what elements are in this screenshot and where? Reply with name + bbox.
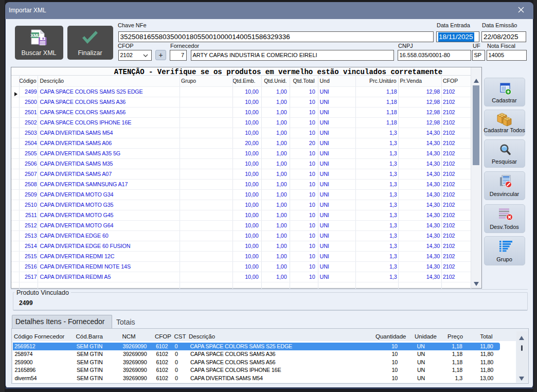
svg-text:XML: XML [30,33,40,38]
